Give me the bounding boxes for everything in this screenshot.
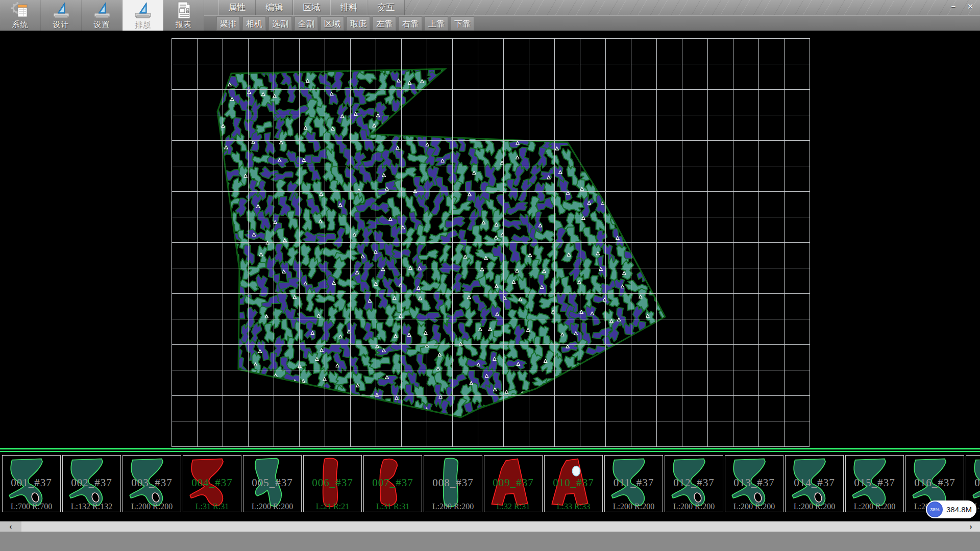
part-label: 014_#37 — [786, 477, 843, 489]
thumbnail-009[interactable]: 009_#37L:32 R:31 — [484, 455, 543, 512]
tool-align-bottom[interactable]: 下靠 — [451, 16, 474, 31]
part-label: 016_#37 — [906, 477, 964, 489]
thumbnail-005[interactable]: 005_#37L:200 R:200 — [243, 455, 302, 512]
part-lr-count: L:200 R:200 — [605, 502, 663, 511]
horizontal-scrollbar[interactable]: ‹ › — [0, 521, 980, 532]
design-setsquare-icon — [52, 1, 71, 19]
minimize-button[interactable]: − — [946, 1, 961, 13]
part-lr-count: L:31 R:31 — [183, 502, 241, 511]
tool-region[interactable]: 区域 — [321, 16, 344, 31]
thumbnail-013[interactable]: 013_#37L:200 R:200 — [725, 455, 783, 512]
thumbnail-011[interactable]: 011_#37L:200 R:200 — [604, 455, 663, 512]
tool-cut-all[interactable]: 全割 — [295, 16, 318, 31]
thumbnail-row: 001_#37L:700 R:700002_#37L:132 R:132003_… — [0, 455, 980, 512]
close-button[interactable]: ✕ — [963, 1, 978, 13]
part-label: 012_#37 — [665, 477, 723, 489]
toolbar-right: 属性编辑区域排料交互 − ✕ 聚排相机选割全割区域瑕疵左靠右靠上靠下靠 — [204, 0, 980, 31]
icon-button-label: 设计 — [53, 20, 69, 30]
application-window: 系统设计设置排版报表 属性编辑区域排料交互 − ✕ 聚排相机选割全割区域瑕疵左靠… — [0, 0, 980, 551]
thumbnail-010[interactable]: 010_#37L:33 R:33 — [544, 455, 603, 512]
system-gear-icon — [11, 1, 30, 19]
icon-button-label: 设置 — [94, 20, 110, 30]
thumbnail-006[interactable]: 006_#37L:21 R:21 — [303, 455, 362, 512]
part-lr-count: L:132 R:132 — [63, 502, 120, 511]
menu-properties[interactable]: 属性 — [218, 0, 256, 15]
thumbnail-012[interactable]: 012_#37L:200 R:200 — [665, 455, 723, 512]
part-lr-count: L:200 R:200 — [846, 502, 903, 511]
scrollbar-track[interactable] — [21, 521, 962, 532]
part-label: 008_#37 — [424, 477, 482, 489]
parts-thumbnail-strip: 001_#37L:700 R:700002_#37L:132 R:132003_… — [0, 448, 980, 521]
main-icon-strip: 系统设计设置排版报表 — [0, 0, 204, 31]
memory-status-pill: 38% 384.8M — [926, 500, 976, 518]
part-lr-count: L:200 R:200 — [725, 502, 783, 511]
part-label: 011_#37 — [605, 477, 663, 489]
tool-align-top[interactable]: 上靠 — [425, 16, 448, 31]
part-label: 015_#37 — [846, 477, 903, 489]
part-label: 003_#37 — [123, 477, 181, 489]
part-lr-count: L:31 R:31 — [364, 502, 422, 511]
part-lr-count: L:200 R:200 — [243, 502, 301, 511]
part-lr-count: L:21 R:21 — [304, 502, 361, 511]
part-label: 006_#37 — [304, 477, 361, 489]
thumbnail-001[interactable]: 001_#37L:700 R:700 — [2, 455, 61, 512]
part-lr-count: L:200 R:200 — [786, 502, 843, 511]
tool-select-cut[interactable]: 选割 — [268, 16, 292, 31]
part-label: 002_#37 — [63, 477, 120, 489]
nesting-canvas[interactable] — [0, 31, 980, 448]
progress-circle: 38% — [927, 502, 943, 517]
icon-button-label: 系统 — [12, 20, 29, 30]
nesting-setsquare-icon — [133, 1, 153, 19]
thumbnail-014[interactable]: 014_#37L:200 R:200 — [785, 455, 844, 512]
nesting-viewport — [0, 31, 980, 448]
part-label: 017_#37 — [966, 477, 980, 489]
part-lr-count: L:200 R:200 — [665, 502, 723, 511]
tool-align-right[interactable]: 右靠 — [399, 16, 422, 31]
icon-button-label: 报表 — [176, 20, 192, 30]
menu-nest[interactable]: 排料 — [330, 0, 368, 15]
menu-bar: 属性编辑区域排料交互 − ✕ — [204, 0, 980, 15]
scroll-left-arrow-icon[interactable]: ‹ — [0, 521, 21, 532]
part-lr-count: L:200 R:200 — [424, 502, 482, 511]
report-doc-icon — [174, 1, 193, 19]
titlebar: − ✕ — [405, 0, 980, 15]
scroll-right-arrow-icon[interactable]: › — [962, 521, 980, 532]
part-label: 013_#37 — [725, 477, 783, 489]
memory-value: 384.8M — [946, 505, 972, 514]
part-lr-count: L:33 R:33 — [545, 502, 602, 511]
main-toolbar: 系统设计设置排版报表 属性编辑区域排料交互 − ✕ 聚排相机选割全割区域瑕疵左靠… — [0, 0, 980, 31]
tool-cluster-nest[interactable]: 聚排 — [216, 16, 240, 31]
thumbnail-003[interactable]: 003_#37L:200 R:200 — [122, 455, 181, 512]
part-label: 007_#37 — [364, 477, 422, 489]
tool-camera[interactable]: 相机 — [242, 16, 266, 31]
part-label: 004_#37 — [183, 477, 241, 489]
part-lr-count: L:700 R:700 — [3, 502, 60, 511]
thumbnail-007[interactable]: 007_#37L:31 R:31 — [363, 455, 422, 512]
part-label: 010_#37 — [545, 477, 602, 489]
settings-setsquare-icon — [92, 1, 112, 19]
icon-button-settings[interactable]: 设置 — [82, 0, 122, 31]
menu-interact[interactable]: 交互 — [368, 0, 405, 15]
menu-edit[interactable]: 编辑 — [256, 0, 293, 15]
tool-align-left[interactable]: 左靠 — [373, 16, 396, 31]
icon-button-report[interactable]: 报表 — [163, 0, 204, 31]
menu-region[interactable]: 区域 — [293, 0, 330, 15]
thumbnail-002[interactable]: 002_#37L:132 R:132 — [62, 455, 121, 512]
icon-button-design[interactable]: 设计 — [41, 0, 82, 31]
strip-separator — [0, 448, 980, 452]
icon-button-system[interactable]: 系统 — [0, 0, 41, 31]
bottom-bar — [0, 532, 980, 551]
thumbnail-004[interactable]: 004_#37L:31 R:31 — [183, 455, 241, 512]
part-label: 005_#37 — [243, 477, 301, 489]
thumbnail-008[interactable]: 008_#37L:200 R:200 — [424, 455, 482, 512]
part-label: 001_#37 — [3, 477, 60, 489]
icon-button-label: 排版 — [135, 20, 151, 30]
tool-bar: 聚排相机选割全割区域瑕疵左靠右靠上靠下靠 — [204, 15, 980, 31]
thumbnail-015[interactable]: 015_#37L:200 R:200 — [845, 455, 904, 512]
tool-defect[interactable]: 瑕疵 — [347, 16, 370, 31]
part-label: 009_#37 — [484, 477, 542, 489]
part-lr-count: L:200 R:200 — [123, 502, 181, 511]
part-lr-count: L:32 R:31 — [484, 502, 542, 511]
icon-button-nesting[interactable]: 排版 — [122, 0, 163, 31]
